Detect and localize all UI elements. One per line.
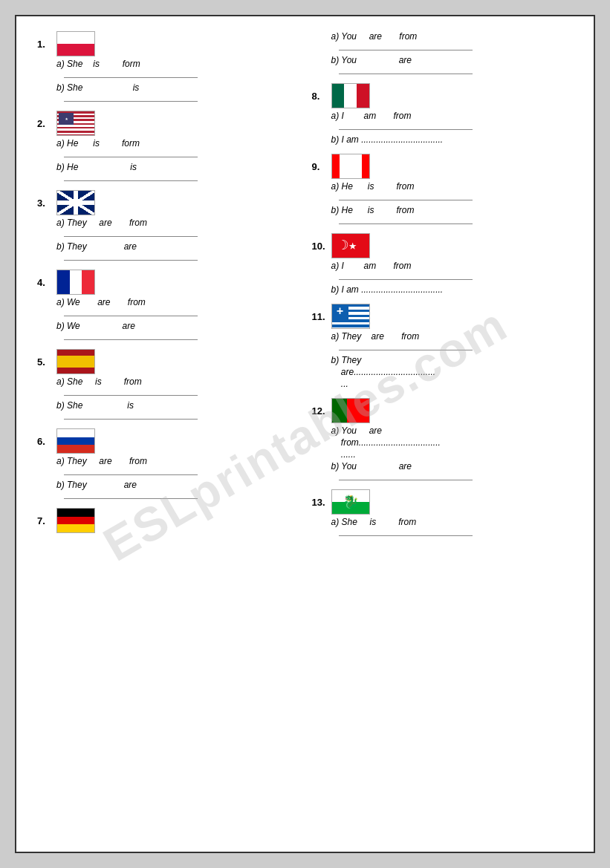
item-12a-text: a) You are bbox=[331, 425, 383, 436]
item-11b-cont: are................................. bbox=[325, 367, 574, 377]
item-1: 1. a) She is form b) She is bbox=[37, 31, 299, 102]
item-2b-text: b) He is bbox=[56, 162, 137, 172]
item-11b-dots-text: ... bbox=[331, 379, 348, 389]
item-8-subs: a) I am from b) I am ...................… bbox=[312, 111, 574, 145]
right-column: a) You are from b) You are 8. bbox=[309, 31, 577, 545]
item-5a-blank bbox=[64, 388, 198, 396]
item-4b-line: b) We are bbox=[51, 321, 299, 331]
item-4a-blank bbox=[64, 309, 198, 316]
item-13a-blank bbox=[339, 529, 473, 536]
item-3b-blank bbox=[64, 253, 198, 261]
item-13: 13. a) She is from bbox=[312, 489, 574, 536]
flag-germany bbox=[56, 508, 95, 533]
item-13a-line: a) She is from bbox=[325, 517, 574, 527]
item-10a-line: a) I am from bbox=[325, 261, 574, 271]
item-4: 4. a) We are from b) We are bbox=[37, 270, 299, 340]
flag-poland bbox=[56, 31, 95, 56]
item-5b-blank bbox=[64, 412, 198, 420]
item-13-number: 13. bbox=[312, 497, 328, 508]
item-12a-extra: from................................. bbox=[331, 437, 441, 448]
item-3-subs: a) They are from b) They are bbox=[37, 218, 299, 261]
flag-greece bbox=[331, 304, 370, 329]
item-11b-line: b) They bbox=[325, 355, 574, 365]
item-8a-line: a) I am from bbox=[325, 111, 574, 121]
item-4a-text: a) We are from bbox=[56, 297, 146, 307]
item-6: 6. a) They are from b) They are bbox=[37, 428, 299, 499]
flag-wales bbox=[331, 489, 370, 515]
item-8b-text: b) I am ................................… bbox=[331, 134, 444, 145]
flag-portugal bbox=[331, 398, 370, 423]
item-12a-dots-text: ...... bbox=[331, 449, 356, 460]
item-6b-text: b) They are bbox=[56, 480, 137, 490]
item-3a-text: a) They are from bbox=[56, 218, 147, 228]
item-3-number: 3. bbox=[37, 198, 53, 209]
flag-uk bbox=[56, 190, 95, 215]
item-13-subs: a) She is from bbox=[312, 517, 574, 536]
item-3a-line: a) They are from bbox=[51, 218, 299, 228]
item-4-number: 4. bbox=[37, 277, 53, 288]
item-11b-dots: ... bbox=[325, 379, 574, 389]
item-11a-line: a) They are from bbox=[325, 331, 574, 342]
item-6-number: 6. bbox=[37, 436, 53, 447]
item-9a-line: a) He is from bbox=[325, 181, 574, 192]
item-5a-text: a) She is from bbox=[56, 376, 142, 387]
item-12b-text: b) You are bbox=[331, 461, 412, 471]
item-11-subs: a) They are from b) They are............… bbox=[312, 331, 574, 389]
item-3: 3. a) They are from b) They are bbox=[37, 190, 299, 261]
item-12-header: 12. bbox=[312, 398, 574, 423]
item-10a-text: a) I am from bbox=[331, 261, 412, 271]
flag-usa bbox=[56, 111, 95, 136]
item-1-header: 1. bbox=[37, 31, 299, 56]
item-9b-text: b) He is from bbox=[331, 205, 415, 215]
item-5-number: 5. bbox=[37, 356, 53, 368]
item-12a-dots: ...... bbox=[325, 449, 574, 460]
flag-turkey bbox=[331, 233, 370, 258]
item-1a-label: a) She bbox=[56, 59, 82, 69]
item-2-subs: a) He is form b) He is bbox=[37, 138, 299, 181]
item-9b-blank bbox=[339, 217, 473, 224]
item-8-number: 8. bbox=[312, 91, 328, 102]
item-6a-text: a) They are from bbox=[56, 456, 147, 466]
item-10b-line: b) I am ................................… bbox=[325, 284, 574, 295]
flag-canada bbox=[331, 154, 370, 179]
item-13a-text: a) She is from bbox=[331, 517, 417, 527]
item-2b-line: b) He is bbox=[51, 162, 299, 172]
item-12: 12. a) You are from.....................… bbox=[312, 398, 574, 480]
item-2-number: 2. bbox=[37, 118, 53, 129]
item-4-header: 4. bbox=[37, 270, 299, 295]
item-2-header: 2. bbox=[37, 111, 299, 136]
item-3b-text: b) They are bbox=[56, 241, 137, 252]
item-1b-blank bbox=[64, 94, 198, 102]
item-10a-blank bbox=[339, 273, 473, 280]
item-10-number: 10. bbox=[312, 241, 328, 252]
item-12a-cont: from................................. bbox=[325, 437, 574, 448]
item-1a-line: a) She is form bbox=[51, 59, 299, 69]
worksheet-page: ESLprintables.com 1. a) She is form bbox=[15, 15, 595, 853]
item-8b-line: b) I am ................................… bbox=[325, 134, 574, 145]
flag-mexico bbox=[331, 83, 370, 108]
left-column: 1. a) She is form b) She is bbox=[34, 31, 302, 545]
item-7: 7. bbox=[37, 508, 299, 533]
item-7-subs: a) You are from b) You are bbox=[312, 31, 574, 74]
item-9a-text: a) He is from bbox=[331, 181, 415, 192]
item-4-subs: a) We are from b) We are bbox=[37, 297, 299, 340]
item-4b-blank bbox=[64, 333, 198, 340]
flag-spain bbox=[56, 349, 95, 374]
item-12a-line: a) You are bbox=[325, 425, 574, 436]
item-8a-text: a) I am from bbox=[331, 111, 412, 121]
item-7-number: 7. bbox=[37, 515, 53, 526]
item-11b-extra: are................................. bbox=[331, 367, 436, 377]
item-3-header: 3. bbox=[37, 190, 299, 215]
item-7-right: a) You are from b) You are bbox=[312, 31, 574, 74]
item-6-subs: a) They are from b) They are bbox=[37, 456, 299, 499]
item-5-header: 5. bbox=[37, 349, 299, 374]
item-2b-blank bbox=[64, 174, 198, 181]
item-2a-line: a) He is form bbox=[51, 138, 299, 149]
item-7a-blank bbox=[339, 43, 473, 50]
item-11b-text: b) They bbox=[331, 355, 362, 365]
item-9: 9. a) He is from b) He is from bbox=[312, 154, 574, 224]
flag-russia bbox=[56, 428, 95, 454]
item-6a-line: a) They are from bbox=[51, 456, 299, 466]
item-6a-blank bbox=[64, 468, 198, 475]
item-1-number: 1. bbox=[37, 39, 53, 50]
